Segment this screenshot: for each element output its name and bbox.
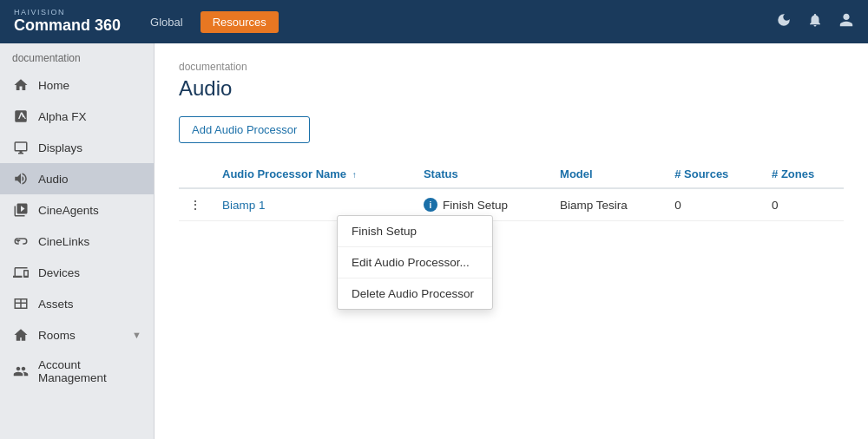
cinelinks-icon — [12, 233, 30, 249]
context-menu: Finish Setup Edit Audio Processor... Del… — [337, 215, 493, 310]
nav-buttons: Global Resources — [138, 11, 279, 33]
audio-icon — [12, 171, 30, 187]
sidebar-item-devices[interactable]: Devices — [0, 257, 154, 288]
processor-name-link[interactable]: Biamp 1 — [222, 199, 266, 212]
alphafx-icon — [12, 108, 30, 124]
global-button[interactable]: Global — [138, 11, 195, 33]
col-name-header: Audio Processor Name ↑ — [212, 161, 413, 188]
sidebar-item-rooms[interactable]: Rooms ▼ — [0, 319, 154, 351]
col-sources-header: # Sources — [664, 161, 761, 188]
add-audio-processor-button[interactable]: Add Audio Processor — [179, 116, 310, 143]
sidebar-label-cinelinks: CineLinks — [38, 235, 141, 248]
theme-icon[interactable] — [776, 12, 792, 32]
sidebar-org: documentation — [0, 43, 154, 69]
status-text: Finish Setup — [443, 199, 508, 212]
col-model-header: Model — [549, 161, 664, 188]
resources-button[interactable]: Resources — [201, 11, 279, 33]
sidebar-item-home[interactable]: Home — [0, 69, 154, 101]
processor-zones-cell: 0 — [761, 188, 844, 221]
sidebar-label-home: Home — [38, 79, 141, 92]
main-content: documentation Audio Add Audio Processor … — [155, 43, 868, 439]
sidebar-label-assets: Assets — [38, 298, 141, 311]
processor-sources-cell: 0 — [664, 188, 761, 221]
info-status-icon: i — [424, 198, 437, 212]
rooms-icon — [12, 327, 30, 343]
row-actions-button[interactable]: ⋮ — [179, 188, 212, 221]
sidebar-item-cinelinks[interactable]: CineLinks — [0, 226, 154, 257]
col-zones-header: # Zones — [761, 161, 844, 188]
chevron-down-icon: ▼ — [132, 330, 141, 340]
assets-icon — [12, 296, 30, 311]
sidebar-item-assets[interactable]: Assets — [0, 288, 154, 319]
sidebar: documentation Home Alpha FX Displays Aud… — [0, 43, 155, 439]
sidebar-label-rooms: Rooms — [38, 329, 123, 342]
user-icon[interactable] — [838, 12, 854, 32]
processor-model-cell: Biamp Tesira — [549, 188, 664, 221]
brand-name: Command 360 — [14, 17, 121, 35]
cineagents-icon — [12, 202, 30, 218]
account-icon — [12, 364, 30, 379]
audio-processors-table: Audio Processor Name ↑ Status Model # So… — [179, 161, 844, 221]
sidebar-item-audio[interactable]: Audio — [0, 163, 154, 194]
breadcrumb: documentation — [179, 61, 844, 73]
nav-right — [776, 12, 854, 32]
brand: HAIVISION Command 360 — [14, 9, 121, 35]
sidebar-label-cineagents: CineAgents — [38, 204, 141, 217]
layout: documentation Home Alpha FX Displays Aud… — [0, 43, 868, 439]
context-menu-finish-setup[interactable]: Finish Setup — [338, 216, 492, 246]
col-actions-header — [179, 161, 212, 188]
sidebar-label-account: Account Management — [38, 358, 141, 384]
sidebar-item-alphafx[interactable]: Alpha FX — [0, 101, 154, 132]
displays-icon — [12, 140, 30, 155]
sidebar-item-displays[interactable]: Displays — [0, 132, 154, 163]
sort-arrow-icon: ↑ — [352, 170, 357, 180]
home-icon — [12, 77, 30, 93]
sidebar-label-devices: Devices — [38, 266, 141, 279]
col-status-header: Status — [413, 161, 549, 188]
sidebar-label-displays: Displays — [38, 141, 141, 154]
context-menu-edit[interactable]: Edit Audio Processor... — [338, 246, 492, 278]
context-menu-delete[interactable]: Delete Audio Processor — [338, 278, 492, 309]
devices-icon — [12, 265, 30, 280]
sidebar-label-audio: Audio — [38, 173, 141, 186]
table-row: ⋮ Biamp 1 i Finish Setup Biamp Tesira 0 … — [179, 188, 844, 221]
sidebar-item-account[interactable]: Account Management — [0, 351, 154, 392]
sidebar-item-cineagents[interactable]: CineAgents — [0, 194, 154, 226]
top-nav: HAIVISION Command 360 Global Resources — [0, 0, 868, 43]
notifications-icon[interactable] — [807, 12, 823, 32]
nav-left: HAIVISION Command 360 Global Resources — [14, 9, 279, 35]
sidebar-label-alphafx: Alpha FX — [38, 110, 141, 123]
page-title: Audio — [179, 76, 844, 101]
